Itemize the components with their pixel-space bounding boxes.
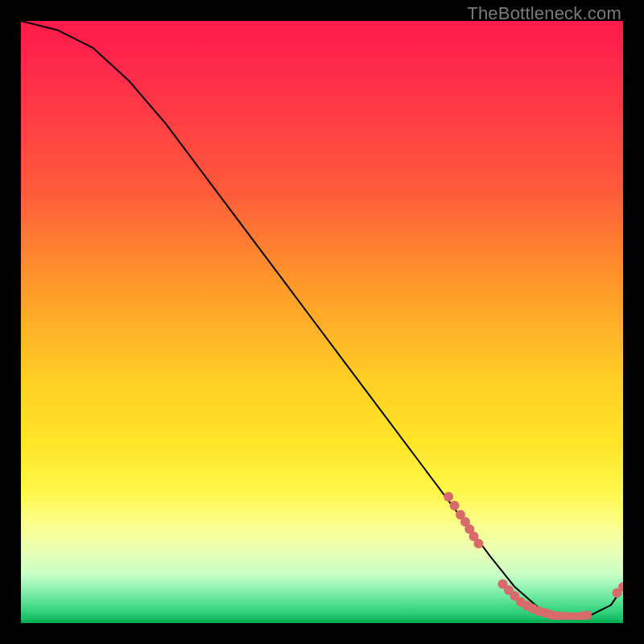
data-point [582, 610, 592, 620]
data-point [444, 492, 453, 502]
bottleneck-curve [21, 21, 623, 617]
data-point [450, 501, 460, 510]
plot-area [21, 21, 623, 623]
data-point [474, 539, 484, 548]
plot-overlay [21, 21, 623, 623]
chart-frame: TheBottleneck.com [0, 0, 644, 644]
